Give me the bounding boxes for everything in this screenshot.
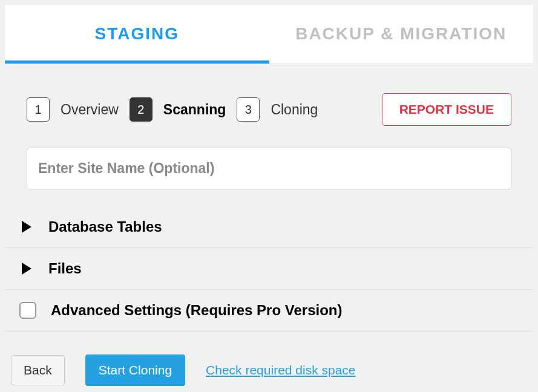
step-2-label: Scanning (163, 102, 226, 118)
tab-backup-migration[interactable]: BACKUP & MIGRATION (269, 5, 534, 64)
advanced-checkbox[interactable] (19, 302, 36, 319)
section-files[interactable]: Files (5, 248, 533, 290)
step-3-label: Cloning (271, 102, 318, 118)
section-title-database: Database Tables (48, 218, 162, 235)
section-title-files: Files (48, 260, 82, 277)
start-cloning-button[interactable]: Start Cloning (85, 354, 185, 386)
section-title-advanced: Advanced Settings (Requires Pro Version) (51, 302, 342, 319)
footer-row: Back Start Cloning Check required disk s… (5, 332, 533, 392)
check-disk-space-link[interactable]: Check required disk space (206, 363, 355, 377)
chevron-right-icon (22, 263, 31, 275)
section-database-tables[interactable]: Database Tables (5, 206, 533, 248)
site-name-input[interactable] (27, 148, 511, 189)
steps-row: 1 Overview 2 Scanning 3 Cloning REPORT I… (5, 64, 533, 148)
back-button[interactable]: Back (11, 355, 65, 385)
site-name-input-wrap (5, 148, 533, 206)
step-3-number[interactable]: 3 (237, 97, 260, 122)
tab-staging[interactable]: STAGING (5, 5, 269, 64)
content-area: 1 Overview 2 Scanning 3 Cloning REPORT I… (5, 64, 533, 392)
chevron-right-icon (22, 221, 31, 233)
step-1-number[interactable]: 1 (27, 97, 50, 122)
section-advanced-settings[interactable]: Advanced Settings (Requires Pro Version) (5, 290, 533, 332)
step-1-label: Overview (61, 102, 119, 118)
step-2-number[interactable]: 2 (130, 97, 153, 122)
report-issue-button[interactable]: REPORT ISSUE (382, 93, 511, 126)
tabs-container: STAGING BACKUP & MIGRATION (5, 5, 533, 64)
